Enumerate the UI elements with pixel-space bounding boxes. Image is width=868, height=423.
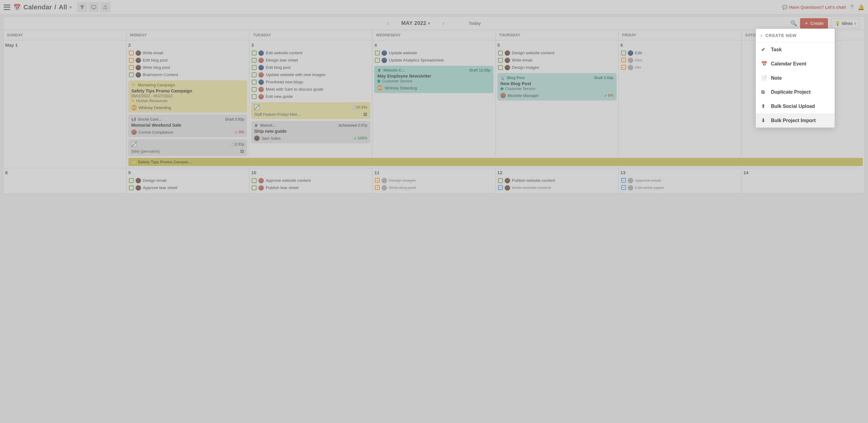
campaign-card[interactable]: 📁Marketing Campaign Safety Tips Promo Ca… xyxy=(128,80,247,113)
day-cell[interactable]: 12 Publish website content −Write websit… xyxy=(496,168,619,193)
task-item[interactable]: Update website xyxy=(374,50,493,57)
task-item[interactable]: −Write website content xyxy=(497,184,617,192)
blog-card[interactable]: 📡Blog PostDraft 2:04p New Blog Post Cust… xyxy=(497,73,617,101)
checkbox[interactable] xyxy=(252,178,256,183)
next-month-button[interactable]: › xyxy=(442,20,444,27)
checkbox[interactable] xyxy=(498,65,503,70)
checkbox[interactable] xyxy=(375,51,380,56)
filter-button[interactable] xyxy=(77,2,87,12)
task-item[interactable]: Brainstorm Content xyxy=(128,71,247,78)
day-cell[interactable]: 3 Edit website content Design tear sheet… xyxy=(249,40,372,158)
checkbox[interactable]: − xyxy=(621,65,626,70)
today-button[interactable]: Today xyxy=(469,21,481,26)
task-item[interactable]: Edit new guide xyxy=(251,93,370,100)
checkbox[interactable] xyxy=(498,178,503,183)
checkbox[interactable]: − xyxy=(621,178,626,183)
help-icon[interactable]: ? xyxy=(850,4,854,10)
task-item[interactable]: Edit blog post xyxy=(251,64,370,71)
app-title[interactable]: Calendar xyxy=(23,3,52,11)
checkbox[interactable] xyxy=(252,58,256,63)
dropdown-item-bulk-project-import[interactable]: ⬇Bulk Project Import xyxy=(756,113,835,128)
task-item[interactable]: Design website content xyxy=(497,50,617,57)
checkbox[interactable]: − xyxy=(621,185,626,190)
display-button[interactable] xyxy=(89,2,99,12)
task-item[interactable]: Edit xyxy=(621,50,740,57)
ship-card[interactable]: 🖥Websit…Scheduled 2:07p Ship new guide S… xyxy=(251,121,370,143)
ideas-button[interactable]: 💡 Ideas › xyxy=(831,18,860,29)
checkbox[interactable] xyxy=(252,87,256,92)
dropdown-item-bulk-social-upload[interactable]: ⬆Bulk Social Upload xyxy=(756,99,835,113)
dropdown-item-task[interactable]: ✔Task xyxy=(756,42,835,57)
menu-icon[interactable] xyxy=(4,4,10,10)
checkbox[interactable]: − xyxy=(375,185,380,190)
day-cell[interactable]: 8 xyxy=(3,168,126,193)
task-item[interactable]: Meet with Sam to discuss guide xyxy=(251,86,370,93)
checkbox[interactable] xyxy=(621,51,626,56)
checkbox[interactable] xyxy=(129,65,134,70)
task-item[interactable]: Publish tear sheet xyxy=(251,184,370,192)
checkbox[interactable] xyxy=(375,58,380,63)
task-item[interactable]: Approve tear sheet xyxy=(128,184,247,192)
task-item[interactable]: −Wri xyxy=(621,64,740,71)
checkbox[interactable]: − xyxy=(375,178,380,183)
task-item[interactable]: Write email xyxy=(128,50,247,57)
task-item[interactable]: Design email xyxy=(128,177,247,184)
checkbox[interactable] xyxy=(252,72,256,77)
task-item[interactable]: −Approve email xyxy=(621,177,740,184)
chevron-down-icon[interactable]: ▾ xyxy=(69,5,71,10)
checkbox[interactable] xyxy=(252,94,256,99)
task-item[interactable]: Write blog post xyxy=(128,64,247,71)
search-icon[interactable]: 🔍 xyxy=(790,20,797,27)
bell-icon[interactable]: 🔔 xyxy=(858,4,864,10)
task-item[interactable]: −Design images xyxy=(374,177,493,184)
dropdown-item-calendar-event[interactable]: 📅Calendar Event xyxy=(756,57,835,71)
task-item[interactable]: Design tear sheet xyxy=(251,57,370,64)
task-item[interactable]: −Write blog post xyxy=(374,184,493,192)
checkbox[interactable]: − xyxy=(621,58,626,62)
dropdown-header[interactable]: ‹ CREATE NEW xyxy=(756,29,835,42)
share-button[interactable] xyxy=(100,2,111,12)
checkbox[interactable] xyxy=(129,186,134,190)
task-item[interactable]: Design images xyxy=(497,64,617,71)
day-cell[interactable]: 6 Edit −Des −Wri xyxy=(619,40,742,158)
task-item[interactable]: −Des xyxy=(621,57,740,64)
checkbox[interactable] xyxy=(129,72,134,77)
checkbox[interactable] xyxy=(498,58,503,63)
checkbox[interactable]: − xyxy=(498,185,503,190)
day-cell[interactable]: May 1 xyxy=(3,40,126,158)
checkbox[interactable] xyxy=(129,178,134,183)
task-item[interactable]: Approve website content xyxy=(251,177,370,184)
checkbox[interactable] xyxy=(252,186,256,190)
staff-card[interactable]: 🕐10:16a Staff Feature Friday! Mee…🖼 xyxy=(251,102,370,119)
day-cell[interactable]: 9 Design email Approve tear sheet xyxy=(126,168,250,193)
day-cell[interactable]: 5 Design website content Write email Des… xyxy=(496,40,619,158)
dropdown-item-note[interactable]: 📄Note xyxy=(756,71,835,85)
task-item[interactable]: Update website with new images xyxy=(251,71,370,78)
day-cell[interactable]: 13 −Approve email −Edit white paper xyxy=(619,168,742,193)
newsletter-card[interactable]: 🖥Website C…Draft 12:26p May Employee New… xyxy=(374,66,493,93)
task-item[interactable]: Edit website content xyxy=(251,50,370,57)
social-card[interactable]: 📢Social Cam…Draft 2:02p Memorial Weekend… xyxy=(128,115,247,137)
create-button[interactable]: ＋ Create xyxy=(800,18,828,29)
checkbox[interactable] xyxy=(252,80,256,85)
task-item[interactable]: −Edit white paper xyxy=(621,184,740,192)
month-label[interactable]: MAY 2022 ▾ xyxy=(401,20,430,26)
day-cell[interactable]: 2 Write email Edit blog post Write blog … xyxy=(126,40,250,158)
task-item[interactable]: Write email xyxy=(497,57,617,64)
back-icon[interactable]: ‹ xyxy=(761,33,763,38)
dropdown-item-duplicate-project[interactable]: ⧉Duplicate Project xyxy=(756,85,835,99)
task-item[interactable]: Proofread new blogs xyxy=(251,78,370,86)
checkbox[interactable] xyxy=(498,51,503,56)
checkbox[interactable] xyxy=(129,51,134,56)
task-item[interactable]: Update Analytics Spreadsheet xyxy=(374,57,493,64)
task-item[interactable]: Publish website content xyxy=(497,177,617,184)
post-card[interactable]: 🕐2:31p {title} {permalink}🖼 xyxy=(128,139,247,156)
task-item[interactable]: Edit blog post xyxy=(128,57,247,64)
checkbox[interactable] xyxy=(252,65,256,70)
day-cell[interactable]: 11 −Design images −Write blog post xyxy=(372,168,496,193)
day-cell[interactable]: 4 Update website Update Analytics Spread… xyxy=(372,40,496,158)
campaign-span-bar[interactable]: 📁 Safety Tips Promo Campai… xyxy=(128,158,863,166)
day-cell[interactable]: 10 Approve website content Publish tear … xyxy=(249,168,372,193)
checkbox[interactable] xyxy=(129,58,134,63)
checkbox[interactable] xyxy=(252,51,256,56)
